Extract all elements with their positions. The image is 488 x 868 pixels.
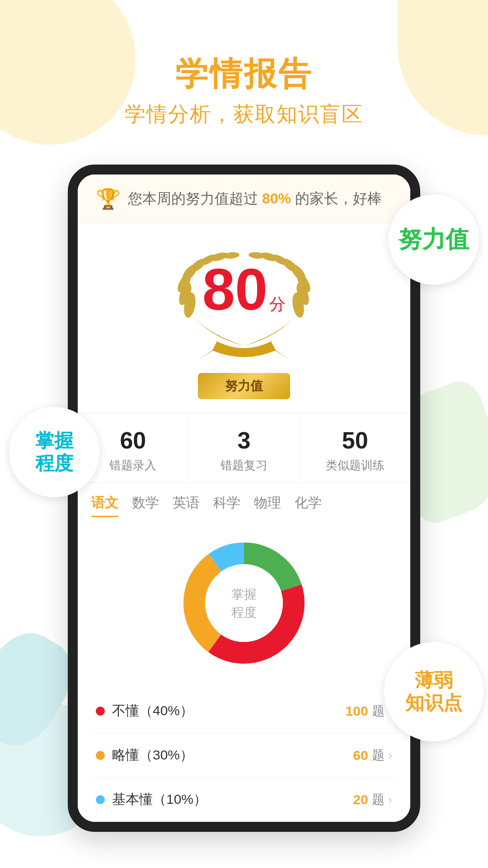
donut-chart: 掌握程度: [172, 531, 316, 675]
mastery-left-2: 基本懂（10%）: [96, 790, 207, 809]
stat-item-2: 50 类似题训练: [300, 413, 410, 482]
tab-yingyu[interactable]: 英语: [173, 494, 200, 517]
mastery-right-2: 20 题 ›: [353, 791, 392, 808]
mastery-arrow-2[interactable]: ›: [388, 793, 392, 807]
chart-section: 掌握程度: [78, 517, 410, 689]
mastery-count-0: 100: [346, 703, 368, 719]
donut-center-label: 掌握程度: [231, 585, 257, 621]
page-title: 学情报告: [0, 54, 488, 93]
banner-highlight: 80%: [262, 190, 291, 207]
mastery-dot-1: [96, 751, 105, 760]
mastery-count-1: 60: [353, 748, 368, 763]
float-ruodian-label: 薄弱 知识点: [384, 642, 483, 741]
mastery-unit-2: 题: [372, 791, 385, 808]
stat-number-0: 60: [120, 427, 146, 454]
mastery-dot-0: [96, 707, 105, 716]
stats-row: 60 错题录入 3 错题复习 50 类似题训练: [78, 413, 410, 483]
tab-shuxue[interactable]: 数学: [132, 494, 159, 517]
stat-item-1: 3 错题复习: [189, 413, 300, 482]
float-nuli-label: 努力值: [389, 194, 479, 285]
laurel-wrapper: 80 分: [163, 242, 325, 368]
score-unit: 分: [269, 293, 286, 316]
stat-number-2: 50: [342, 427, 368, 454]
stat-label-1: 错题复习: [221, 458, 267, 473]
score-label: 努力值: [198, 373, 290, 399]
page-subtitle: 学情分析，获取知识盲区: [0, 100, 488, 128]
mastery-left-1: 略懂（30%）: [96, 746, 193, 764]
mastery-unit-0: 题: [372, 703, 385, 720]
mastery-unit-1: 题: [372, 747, 385, 764]
tab-wuli[interactable]: 物理: [254, 494, 281, 517]
mastery-text-2: 基本懂（10%）: [112, 790, 207, 809]
float-zhangwo-label: 掌握 程度: [9, 407, 99, 497]
mastery-right-1: 60 题 ›: [353, 747, 392, 764]
mastery-items: 不懂（40%） 100 题 › 略懂（30%） 60 题: [78, 689, 410, 822]
stat-label-0: 错题录入: [109, 458, 156, 473]
tab-kexue[interactable]: 科学: [213, 494, 240, 517]
score-display: 80 分: [202, 260, 286, 319]
stat-number-1: 3: [238, 427, 251, 454]
mastery-item-1: 略懂（30%） 60 题 ›: [91, 733, 397, 778]
float-ruodian-text: 薄弱 知识点: [405, 669, 462, 715]
phone-screen: 🏆 您本周的努力值超过 80% 的家长，好棒: [78, 175, 410, 822]
mastery-count-2: 20: [353, 792, 368, 807]
mastery-text-1: 略懂（30%）: [112, 746, 193, 764]
score-number: 80: [202, 260, 268, 319]
mastery-arrow-1[interactable]: ›: [388, 748, 392, 763]
mastery-item-0: 不懂（40%） 100 题 ›: [91, 689, 397, 733]
mastery-text-0: 不懂（40%）: [112, 702, 193, 720]
float-nuli-text: 努力值: [399, 226, 469, 252]
header: 学情报告 学情分析，获取知识盲区: [0, 0, 488, 137]
banner-text: 您本周的努力值超过 80% 的家长，好棒: [128, 189, 382, 209]
tab-yuwen[interactable]: 语文: [91, 494, 118, 517]
mastery-right-0: 100 题 ›: [346, 703, 392, 720]
trophy-icon: 🏆: [96, 187, 121, 211]
mastery-dot-2: [96, 795, 105, 804]
score-section: 80 分 努力值: [78, 224, 410, 413]
phone-frame: 🏆 您本周的努力值超过 80% 的家长，好棒: [68, 165, 420, 832]
mastery-left-0: 不懂（40%）: [96, 702, 193, 720]
stat-label-2: 类似题训练: [326, 458, 385, 473]
tab-huaxue[interactable]: 化学: [295, 494, 322, 517]
phone-banner: 🏆 您本周的努力值超过 80% 的家长，好棒: [78, 175, 410, 224]
mastery-item-2: 基本懂（10%） 20 题 ›: [91, 778, 397, 822]
subject-tabs: 语文 数学 英语 科学 物理 化学: [78, 483, 410, 517]
float-zhangwo-text: 掌握 程度: [35, 429, 73, 475]
